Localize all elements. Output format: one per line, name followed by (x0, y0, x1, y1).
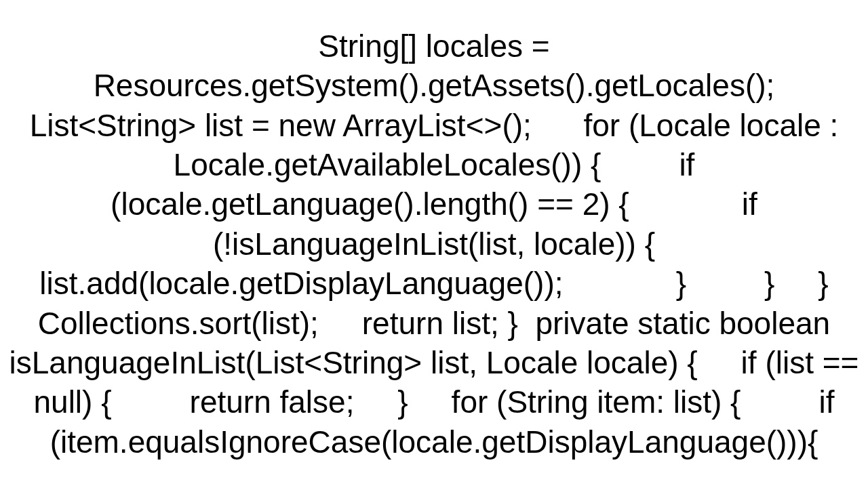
code-snippet-text: String[] locales = Resources.getSystem()… (0, 26, 868, 462)
